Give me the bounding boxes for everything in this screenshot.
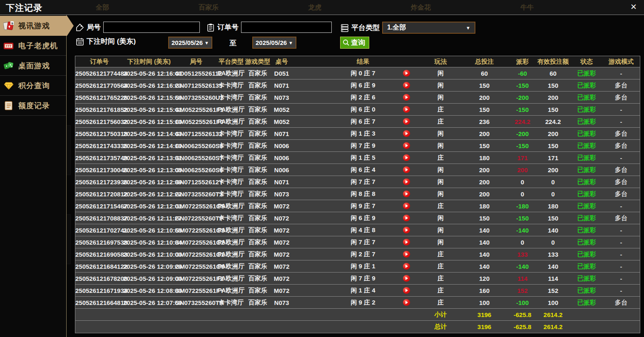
play-replay-icon[interactable] — [403, 82, 410, 89]
cell-bet-time: 2025-05-26 12:14:43 — [123, 130, 175, 137]
play-replay-icon[interactable] — [403, 106, 410, 113]
cell-payout: 200 — [510, 166, 535, 173]
table-row[interactable]: 250526121723936 2025-05-26 12:12:39 GN07… — [75, 176, 640, 188]
play-replay-icon[interactable] — [403, 287, 410, 294]
play-replay-icon[interactable] — [403, 227, 410, 233]
table-footer: 小计 3196 -625.8 2614.2 总计 3196 -625.8 261… — [75, 309, 640, 333]
cell-play-type: 闲 — [423, 82, 458, 89]
cell-game-no: GM072255261G1 — [175, 251, 217, 258]
table-row[interactable]: 250526121690583 2025-05-26 12:10:00 GM07… — [75, 248, 640, 260]
cell-bet-time: 2025-05-26 12:12:01 — [123, 203, 175, 210]
cell-game-type: 百家乐 — [245, 214, 271, 222]
play-replay-icon[interactable] — [403, 275, 410, 282]
play-replay-icon[interactable] — [403, 191, 410, 197]
play-replay-icon[interactable] — [403, 263, 410, 270]
cell-game-mode: 多台 — [602, 142, 641, 150]
game-no-filter: 局号 — [76, 22, 200, 33]
cell-valid-bet: 114 — [535, 275, 572, 282]
table-row[interactable]: 250526121708837 2025-05-26 12:11:27 GN07… — [75, 212, 640, 224]
cell-status: 已派彩 — [572, 94, 602, 102]
cell-result: 闲 6 庄 7 — [293, 118, 390, 126]
subtotal-total-bet: 3196 — [458, 311, 510, 318]
cell-order-no: 250526121770564 — [75, 82, 123, 89]
play-replay-icon[interactable] — [403, 154, 410, 161]
table-row[interactable]: 250526121750318 2025-05-26 12:14:43 GN07… — [75, 128, 640, 140]
cell-game-type: 百家乐 — [245, 238, 271, 246]
play-replay-icon[interactable] — [403, 178, 410, 185]
table-row[interactable]: 250526121743335 2025-05-26 12:14:10 GN00… — [75, 140, 640, 152]
table-row[interactable]: 250526121697538 2025-05-26 12:10:34 GM07… — [75, 236, 640, 248]
cell-table-no: M072 — [271, 263, 293, 270]
cell-total-bet: 180 — [458, 203, 510, 210]
play-replay-icon[interactable] — [403, 130, 410, 137]
cell-bet-time: 2025-05-26 12:16:23 — [123, 82, 175, 89]
cell-play-type: 闲 — [423, 166, 458, 174]
table-row[interactable]: 250526121664810 2025-05-26 12:07:59 GN07… — [75, 297, 640, 309]
cell-order-no: 250526121697538 — [75, 239, 123, 246]
cell-valid-bet: 152 — [535, 287, 572, 294]
total-total-bet: 3196 — [458, 323, 510, 330]
table-row[interactable]: 250526121715467 2025-05-26 12:12:01 GM07… — [75, 200, 640, 212]
play-replay-icon[interactable] — [403, 166, 410, 173]
cell-platform: 卡卡湾厅 — [217, 178, 245, 186]
play-replay-icon[interactable] — [403, 118, 410, 125]
play-replay-icon[interactable] — [403, 299, 410, 306]
table-row[interactable]: 250526121735749 2025-05-26 12:13:31 GN00… — [75, 152, 640, 164]
chevron-down-icon: ▼ — [204, 40, 209, 45]
date-to-picker[interactable]: 2025/05/26 ▼ — [252, 37, 296, 49]
order-no-label: 订单号 — [217, 22, 239, 32]
table-row[interactable]: 250526121678200 2025-05-26 12:09:00 GM07… — [75, 273, 640, 285]
date-from-picker[interactable]: 2025/05/26 ▼ — [168, 37, 212, 49]
search-icon — [343, 39, 350, 46]
cell-game-type: 百家乐 — [245, 299, 271, 307]
play-replay-icon[interactable] — [403, 142, 410, 149]
cell-table-no: N071 — [271, 178, 293, 186]
search-button[interactable]: 查询 — [340, 37, 369, 49]
play-replay-icon[interactable] — [403, 251, 410, 258]
col-header-game-mode: 游戏模式 — [602, 58, 641, 66]
cell-valid-bet: 180 — [535, 203, 572, 210]
cell-game-no: GN073255260TR — [175, 299, 217, 306]
table-row[interactable]: 250526121720812 2025-05-26 12:12:22 GN07… — [75, 188, 640, 200]
cell-platform: PA欧洲厅 — [217, 263, 245, 270]
table-row[interactable]: 250526121765226 2025-05-26 12:15:56 GN07… — [75, 92, 640, 104]
cell-bet-time: 2025-05-26 12:13:05 — [123, 166, 175, 173]
order-no-input[interactable] — [241, 22, 332, 33]
cell-game-no: GN07125526132 — [175, 130, 217, 137]
play-replay-icon[interactable] — [403, 94, 410, 101]
table-row[interactable]: 250526121730046 2025-05-26 12:13:05 GN00… — [75, 164, 640, 176]
sidebar-item-table-games[interactable]: 桌面游戏 — [0, 56, 66, 76]
cell-play-type: 闲 — [423, 94, 458, 102]
play-replay-icon[interactable] — [403, 215, 410, 221]
table-row[interactable]: 250526121702741 2025-05-26 12:10:55 GM07… — [75, 224, 640, 236]
table-row[interactable]: 250526121774484 2025-05-26 12:16:40 GD05… — [75, 67, 640, 79]
cell-valid-bet: 0 — [535, 239, 572, 246]
play-replay-icon[interactable] — [403, 203, 410, 209]
game-no-input[interactable] — [103, 22, 200, 33]
sidebar-item-points-query[interactable]: 积分查询 — [0, 76, 66, 96]
cell-game-mode: - — [602, 227, 641, 234]
cell-bet-time: 2025-05-26 12:11:27 — [123, 215, 175, 222]
cards-icon: 9 — [3, 21, 14, 31]
play-replay-icon[interactable] — [403, 70, 410, 77]
cell-replay — [390, 154, 423, 161]
close-icon[interactable]: ✕ — [628, 2, 639, 12]
sidebar-item-video-games[interactable]: 9 视讯游戏 — [0, 16, 74, 36]
cell-table-no: N073 — [271, 94, 293, 101]
cell-game-mode: - — [602, 251, 641, 258]
table-row[interactable]: 250526121761852 2025-05-26 12:15:41 GM05… — [75, 104, 640, 116]
cell-status: 已派彩 — [572, 299, 602, 307]
platform-type-select[interactable]: 1.全部 ▼ — [382, 22, 475, 34]
table-row[interactable]: 250526121684122 2025-05-26 12:09:29 GM07… — [75, 260, 640, 273]
play-replay-icon[interactable] — [403, 239, 410, 245]
sidebar-item-slots[interactable]: 777 电子老虎机 — [0, 36, 66, 56]
cell-table-no: M072 — [271, 239, 293, 246]
table-row[interactable]: 250526121770564 2025-05-26 12:16:23 GN07… — [75, 79, 640, 92]
cell-order-no: 250526121750318 — [75, 130, 123, 137]
cell-status: 已派彩 — [572, 287, 602, 295]
table-row[interactable]: 250526121671934 2025-05-26 12:08:30 GM07… — [75, 285, 640, 297]
sidebar-item-quota-records[interactable]: 额度记录 — [0, 96, 66, 116]
col-header-bet-time: 下注时间 (美东) — [123, 58, 175, 66]
ghost-nav-tabs: 全部 百家乐 龙虎 炸金花 牛牛 — [96, 3, 534, 12]
table-row[interactable]: 250526121756032 2025-05-26 12:15:10 GM05… — [75, 116, 640, 128]
